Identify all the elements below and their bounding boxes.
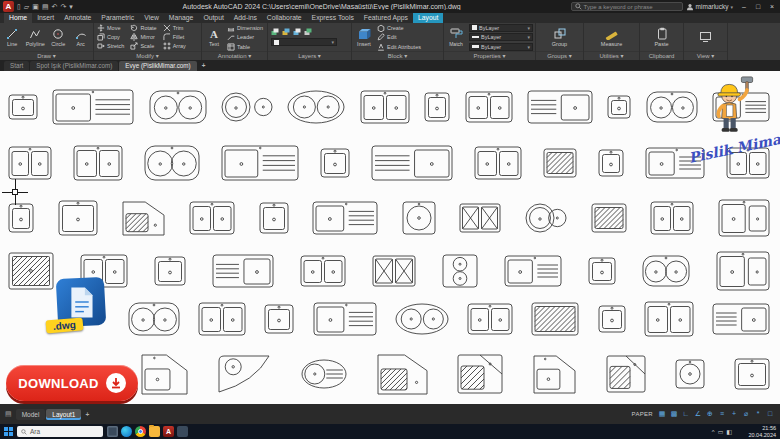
ribbon-tab-layout[interactable]: Layout xyxy=(413,13,443,23)
tool-fillet[interactable]: Fillet xyxy=(163,33,186,41)
property-dropdown-1[interactable]: ByLayer▾ xyxy=(469,24,533,32)
layer-off-icon[interactable] xyxy=(282,28,290,36)
tool-scale[interactable]: Scale xyxy=(130,42,156,50)
plot-icon[interactable]: ▤ xyxy=(42,1,49,12)
sink-block-round2[interactable] xyxy=(144,145,200,181)
ribbon-tab-home[interactable]: Home xyxy=(4,13,32,23)
taskbar-app-task-view[interactable] xyxy=(107,426,118,437)
ribbon-tab-manage[interactable]: Manage xyxy=(164,13,199,23)
sink-block-double[interactable] xyxy=(650,201,694,235)
sink-block-round1[interactable] xyxy=(675,359,705,389)
ortho-toggle-icon[interactable]: ∟ xyxy=(681,408,691,420)
sink-block-drain_l[interactable] xyxy=(712,303,770,335)
tool-edit-attributes[interactable]: Edit Attributes xyxy=(377,43,421,51)
sink-block-circle2v[interactable] xyxy=(442,254,478,288)
sink-block-drain_l[interactable] xyxy=(371,145,453,181)
tool-rotate[interactable]: Rotate xyxy=(130,24,156,32)
tool-stretch[interactable]: Stretch xyxy=(97,42,124,50)
ribbon-tab-express-tools[interactable]: Express Tools xyxy=(307,13,359,23)
sink-block-single[interactable] xyxy=(424,92,450,122)
drawing-canvas[interactable]: Pislik Mimar .dwg DOWNLOAD xyxy=(0,71,780,404)
tool-match-properties[interactable]: Match xyxy=(447,27,465,47)
sink-block-double[interactable] xyxy=(644,301,694,337)
paper-space-label[interactable]: PAPER xyxy=(632,411,653,417)
sink-block-single[interactable] xyxy=(259,202,289,234)
sink-block-ovalr[interactable] xyxy=(301,359,347,389)
qat-dropdown-icon[interactable]: ▾ xyxy=(69,1,73,12)
sink-block-double[interactable] xyxy=(465,91,513,123)
tool-text[interactable]: A Text xyxy=(205,27,223,47)
tool-mirror[interactable]: Mirror xyxy=(130,33,156,41)
tool-circle[interactable]: Circle xyxy=(49,27,67,47)
sink-block-double[interactable] xyxy=(300,255,346,287)
tool-paste[interactable]: Paste xyxy=(653,27,671,47)
sink-block-single[interactable] xyxy=(598,305,626,333)
sink-block-double[interactable] xyxy=(8,146,52,180)
sink-block-single[interactable] xyxy=(734,358,770,390)
sink-block-single[interactable] xyxy=(8,203,34,233)
tool-copy[interactable]: Copy xyxy=(97,33,124,41)
ribbon-tab-insert[interactable]: Insert xyxy=(32,13,59,23)
sink-block-single[interactable] xyxy=(8,94,38,120)
file-tab-spot-i-k-pislikmimar-com-[interactable]: Spot Işık (PislikMimar.com) xyxy=(30,61,118,71)
open-file-icon[interactable]: ▱ xyxy=(24,1,29,12)
property-dropdown-3[interactable]: ByLayer▾ xyxy=(469,43,533,51)
tool-trim[interactable]: Trim xyxy=(163,24,186,32)
autocad-app-menu-icon[interactable]: A xyxy=(3,1,14,12)
tray-expand-icon[interactable]: ^ xyxy=(712,429,715,435)
layer-dropdown[interactable]: ▾ xyxy=(271,38,337,46)
taskbar-search[interactable]: Ara xyxy=(17,426,103,437)
sink-block-double[interactable] xyxy=(198,302,246,336)
close-button[interactable]: × xyxy=(767,3,777,10)
tray-network-icon[interactable]: ▭ xyxy=(718,428,724,435)
sink-block-round1[interactable] xyxy=(402,201,436,235)
tool-polyline[interactable]: Polyline xyxy=(26,27,45,47)
layer-lock-icon[interactable] xyxy=(304,28,312,36)
sink-block-single[interactable] xyxy=(58,200,98,236)
sink-block-round2[interactable] xyxy=(149,90,207,124)
grid-toggle-icon[interactable]: ▦ xyxy=(657,408,667,420)
sink-block-single[interactable] xyxy=(607,95,631,119)
sink-block-drain_r[interactable] xyxy=(313,302,377,336)
layer-properties-icon[interactable] xyxy=(271,28,279,36)
tool-create[interactable]: Create xyxy=(377,24,421,32)
taskbar-app-app[interactable] xyxy=(177,426,188,437)
file-tab-evye-pislikmimar-com-[interactable]: Evye (PislikMimar.com) xyxy=(119,61,196,71)
ribbon-tab-parametric[interactable]: Parametric xyxy=(96,13,139,23)
sink-block-circle2[interactable] xyxy=(221,92,273,122)
workspace-toggle-icon[interactable]: * xyxy=(753,408,763,420)
undo-icon[interactable]: ↶ xyxy=(52,1,58,12)
tool-measure[interactable]: Measure xyxy=(601,27,622,47)
panel-label-draw[interactable]: Draw ▾ xyxy=(0,51,93,60)
panel-label-properties[interactable]: Properties ▾ xyxy=(444,51,535,60)
osnap-toggle-icon[interactable]: ⊕ xyxy=(705,408,715,420)
ribbon-tab-featured-apps[interactable]: Featured Apps xyxy=(359,13,413,23)
sink-block-single[interactable] xyxy=(320,148,350,178)
sink-block-double[interactable] xyxy=(474,146,522,180)
account-menu[interactable]: mimarlucky ▾ xyxy=(686,3,733,11)
layout-browser-icon[interactable]: ▤ xyxy=(5,410,12,418)
tool-group[interactable]: Group xyxy=(551,27,569,47)
sink-block-single[interactable] xyxy=(588,257,616,285)
taskbar-app-chrome[interactable] xyxy=(135,426,146,437)
sink-block-xbowl2[interactable] xyxy=(372,255,416,287)
sink-block-round2[interactable] xyxy=(642,255,690,287)
tool-dimension[interactable]: Dimension xyxy=(227,24,263,32)
sink-block-double[interactable] xyxy=(360,90,410,124)
sink-block-single[interactable] xyxy=(598,149,624,177)
sink-block-xbowl2[interactable] xyxy=(459,203,501,233)
sink-block-corner[interactable] xyxy=(140,353,188,395)
sink-block-hatch1[interactable] xyxy=(531,302,579,336)
sink-block-drain_r[interactable] xyxy=(221,145,299,181)
tool-move[interactable]: Move xyxy=(97,24,124,32)
sink-block-cornersq[interactable] xyxy=(457,354,503,394)
new-layout-button[interactable]: + xyxy=(82,409,92,420)
ribbon-tab-collaborate[interactable]: Collaborate xyxy=(262,13,307,23)
layer-freeze-icon[interactable] xyxy=(293,28,301,36)
panel-label-layers[interactable]: Layers ▾ xyxy=(268,51,351,60)
panel-label-block[interactable]: Block ▾ xyxy=(352,51,443,60)
sink-block-single[interactable] xyxy=(154,256,186,286)
sink-block-oval2[interactable] xyxy=(287,90,345,124)
sink-block-double2[interactable] xyxy=(716,251,770,291)
sink-block-double[interactable] xyxy=(189,201,235,235)
